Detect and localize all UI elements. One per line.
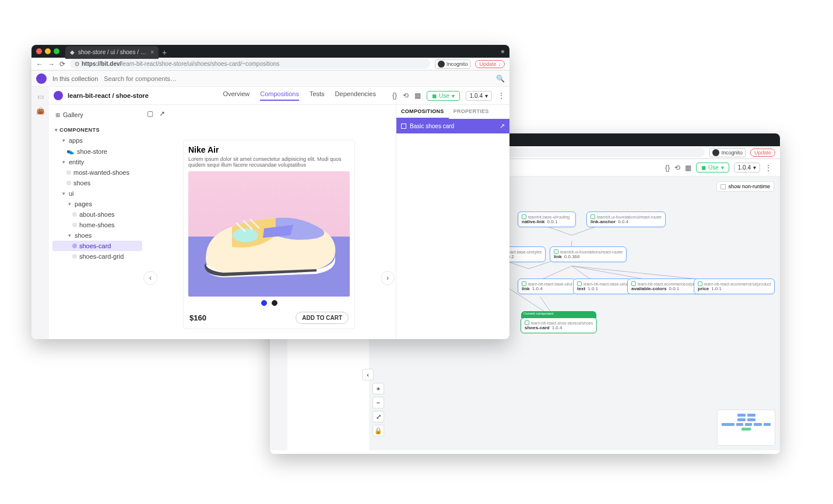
tab-compositions[interactable]: Compositions: [260, 90, 299, 101]
browser-tab[interactable]: ◆shoe-store / ui / shoes / shoe…×: [65, 46, 159, 59]
back-icon[interactable]: ←: [36, 61, 43, 68]
bag-icon[interactable]: 👜: [36, 107, 45, 115]
dot-2[interactable]: [272, 300, 277, 306]
tab-overview[interactable]: Overview: [223, 90, 249, 101]
forward-icon[interactable]: →: [48, 61, 55, 68]
dep-node-text[interactable]: learn-bit-react.base-ui/ui text1.0.1: [573, 279, 631, 294]
fit-button[interactable]: ⤢: [372, 411, 384, 422]
scope-name[interactable]: learn-bit-react / shoe-store: [68, 92, 149, 99]
code-icon[interactable]: {}: [665, 164, 670, 172]
collapse-panel-button[interactable]: ‹: [362, 369, 374, 380]
left-rail: ▭ 👜: [31, 87, 49, 339]
version-select[interactable]: 1.0.4 ▾: [734, 163, 760, 172]
tree-shoe-store[interactable]: 👟shoe-store: [52, 146, 142, 157]
zoom-out-button[interactable]: −: [372, 397, 384, 408]
search-icon[interactable]: 🔍: [496, 75, 505, 83]
collection-label: In this collection: [52, 75, 98, 82]
carousel-dots[interactable]: [188, 297, 350, 309]
components-header: ▾ COMPONENTS: [52, 125, 142, 135]
history-icon[interactable]: ⟲: [674, 164, 680, 172]
more-icon[interactable]: ⋮: [765, 164, 772, 172]
lock-button[interactable]: 🔒: [372, 425, 384, 436]
code-icon[interactable]: {}: [392, 91, 397, 100]
component-tree: ▦Gallery ▾ COMPONENTS ▾apps 👟shoe-store …: [49, 105, 142, 339]
tree-shoes-entity[interactable]: shoes: [52, 178, 142, 188]
tree-ui[interactable]: ▾ui: [52, 188, 142, 199]
tree-shoes-card-grid[interactable]: shoes-card-grid: [52, 251, 142, 262]
use-button[interactable]: ◼ Use ▾: [427, 91, 460, 101]
inspector-panel: COMPOSITIONS PROPERTIES Basic shoes card…: [396, 105, 509, 339]
search-input[interactable]: [104, 75, 490, 82]
prev-composition-button[interactable]: ‹: [143, 271, 157, 285]
zoom-in-button[interactable]: +: [372, 383, 384, 394]
secure-icon: ⊙: [75, 61, 79, 67]
shoes-card-preview: Nike Air Lorem ipsum dolor sit amet cons…: [183, 140, 355, 329]
dep-node-link[interactable]: learn-bit-react.base-ui/ui link1.0.4: [518, 279, 576, 294]
composition-icon: [401, 124, 406, 129]
window-close-icon[interactable]: ●: [501, 47, 505, 55]
tree-shoes-card[interactable]: shoes-card: [52, 241, 142, 251]
frame-icon[interactable]: ▢: [147, 110, 153, 118]
composition-canvas: ‹ › Nike Air Lorem ipsum dolor sit amet …: [142, 122, 396, 339]
price: $160: [189, 313, 206, 322]
dot-1[interactable]: [261, 300, 267, 306]
product-image: [188, 171, 350, 297]
version-select[interactable]: 1.0.4 ▾: [466, 91, 492, 101]
tree-most-wanted[interactable]: most-wanted-shoes: [52, 167, 142, 178]
card-title: Nike Air: [188, 145, 350, 154]
dep-node-price[interactable]: learn-bit-react.ecommerce/ui/product pri…: [694, 279, 775, 294]
update-button[interactable]: Update ↓: [475, 60, 505, 68]
open-external-icon[interactable]: ↗: [159, 110, 165, 118]
panel-icon[interactable]: ▭: [37, 93, 44, 101]
reload-icon[interactable]: ⟳: [59, 61, 65, 68]
tree-apps[interactable]: ▾apps: [52, 135, 142, 146]
insp-tab-properties[interactable]: PROPERTIES: [449, 105, 494, 119]
svg-point-0: [233, 228, 258, 242]
close-tab-icon[interactable]: ×: [150, 49, 154, 55]
tree-about-shoes[interactable]: about-shoes: [52, 209, 142, 220]
scope-avatar-small[interactable]: [54, 91, 63, 100]
card-desc: Lorem ipsum dolor sit amet consectetur a…: [188, 156, 350, 168]
dep-node-link-router[interactable]: learnbit-ui-foundations/react-router lin…: [550, 246, 627, 262]
tree-pages[interactable]: ▾pages: [52, 199, 142, 209]
composition-item-basic[interactable]: Basic shoes card ↗: [396, 119, 509, 133]
open-in-new-icon[interactable]: ↗: [500, 122, 505, 130]
sneaker-illustration: [200, 195, 340, 282]
dep-node-link-anchor[interactable]: teambit.ui-foundation/ui/react-router li…: [586, 212, 666, 227]
incognito-chip: Incognito: [435, 59, 471, 69]
new-tab-button[interactable]: +: [162, 48, 167, 57]
tree-shoes[interactable]: ▾shoes: [52, 230, 142, 241]
titlebar: ◆shoe-store / ui / shoes / shoe…× + ●: [31, 45, 509, 58]
scope-avatar[interactable]: [36, 73, 47, 84]
dep-node-current-shoes-card[interactable]: Current component learn-bit-react.shoe-s…: [521, 318, 597, 333]
more-icon[interactable]: ⋮: [498, 91, 505, 100]
url-field[interactable]: ⊙ https://bit.dev/learn-bit-react/shoe-s…: [70, 59, 430, 69]
history-icon[interactable]: ⟲: [403, 91, 409, 100]
next-composition-button[interactable]: ›: [381, 271, 395, 285]
tab-tests[interactable]: Tests: [310, 90, 325, 101]
use-button[interactable]: ◼ Use ▾: [696, 163, 729, 172]
update-button[interactable]: Update: [750, 149, 775, 157]
add-to-cart-button[interactable]: ADD TO CART: [296, 312, 349, 324]
insp-tab-compositions[interactable]: COMPOSITIONS: [396, 105, 449, 119]
tree-home-shoes[interactable]: home-shoes: [52, 220, 142, 230]
dep-node-native-link[interactable]: teambit.base-ui/routing native-link0.0.1: [518, 212, 576, 227]
incognito-chip: Incognito: [709, 148, 746, 157]
grid-icon[interactable]: ▦: [685, 164, 691, 172]
grid-icon[interactable]: ▦: [414, 91, 421, 100]
tree-entity[interactable]: ▾entity: [52, 157, 142, 167]
gallery-row[interactable]: ▦Gallery: [52, 110, 142, 120]
show-non-runtime-toggle[interactable]: show non-runtime: [716, 181, 774, 192]
traffic-lights[interactable]: [36, 48, 59, 54]
minimap[interactable]: [717, 410, 775, 446]
tab-dependencies[interactable]: Dependencies: [335, 90, 376, 101]
